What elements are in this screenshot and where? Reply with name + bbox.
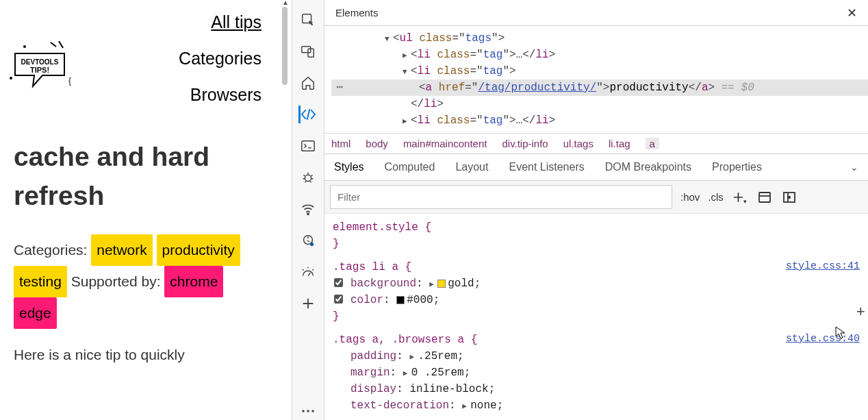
devtools-icon-strip: i xyxy=(292,0,324,420)
subtab-events[interactable]: Event Listeners xyxy=(509,161,584,173)
source-link[interactable]: style.css:41 xyxy=(786,259,860,275)
source-link[interactable]: style.css:40 xyxy=(786,332,860,347)
svg-rect-11 xyxy=(302,141,314,151)
device-icon[interactable] xyxy=(299,42,317,60)
site-logo: DEVTOOLS TIPS! {} xyxy=(10,41,71,96)
element-style-block[interactable]: element.style { } xyxy=(333,219,860,252)
add-tool-icon[interactable] xyxy=(299,295,317,312)
lighthouse-icon[interactable]: i xyxy=(299,232,317,249)
network-icon[interactable] xyxy=(299,200,317,218)
svg-text:DEVTOOLS: DEVTOOLS xyxy=(21,58,59,66)
styles-filter-bar: :hov .cls ▾ xyxy=(324,181,868,214)
ellipsis-icon[interactable]: ⋯ xyxy=(331,79,348,96)
svg-rect-20 xyxy=(759,193,770,202)
breadcrumb: html body main#maincontent div.tip-info … xyxy=(324,133,868,154)
page-title: cache and hard refresh xyxy=(14,138,278,215)
subtab-styles[interactable]: Styles xyxy=(334,161,364,173)
svg-rect-9 xyxy=(302,47,311,53)
svg-point-7 xyxy=(10,77,12,79)
svg-text:i: i xyxy=(311,243,312,246)
tag-productivity[interactable]: productivity xyxy=(157,234,240,266)
performance-icon[interactable] xyxy=(299,263,317,281)
categories-label: Categories: xyxy=(14,242,87,258)
css-rule[interactable]: style.css:41 .tags li a { background: ▶g… xyxy=(333,259,860,325)
svg-point-3 xyxy=(23,45,26,48)
debugger-icon[interactable] xyxy=(299,169,317,186)
crumb-main[interactable]: main#maincontent xyxy=(403,138,487,149)
svg-point-18 xyxy=(307,410,309,412)
nav-all-tips[interactable]: All tips xyxy=(14,14,261,31)
dom-tree[interactable]: ▼<ul class="tags"> ▶<li class="tag">…</l… xyxy=(324,26,868,133)
cls-toggle[interactable]: .cls xyxy=(708,191,724,203)
styles-subtabs: Styles Computed Layout Event Listeners D… xyxy=(324,154,868,181)
crumb-html[interactable]: html xyxy=(331,138,350,149)
devtools-tabbar: Elements ✕ xyxy=(324,0,868,26)
home-icon[interactable] xyxy=(299,74,317,92)
supported-label: Supported by: xyxy=(71,273,161,289)
subtab-dombp[interactable]: DOM Breakpoints xyxy=(605,161,691,173)
subtab-computed[interactable]: Computed xyxy=(385,161,435,173)
subtab-props[interactable]: Properties xyxy=(712,161,762,173)
elements-icon[interactable] xyxy=(298,106,316,123)
svg-line-4 xyxy=(51,42,56,47)
add-declaration-icon[interactable]: + xyxy=(856,301,865,324)
browser-chrome[interactable]: chrome xyxy=(164,266,223,297)
svg-line-5 xyxy=(59,41,63,48)
devtools-panel: Elements ✕ ▼<ul class="tags"> ▶<li class… xyxy=(324,0,868,420)
tag-network[interactable]: network xyxy=(91,234,153,266)
css-rule[interactable]: style.css:40 .tags a, .browsers a { padd… xyxy=(333,332,860,414)
article-body: Here is a nice tip to quickly xyxy=(14,347,278,363)
tab-elements[interactable]: Elements xyxy=(333,1,381,24)
crumb-li[interactable]: li.tag xyxy=(609,138,630,149)
site-scrollbar[interactable]: ▲ xyxy=(282,0,289,420)
more-icon[interactable] xyxy=(299,402,317,420)
crumb-div[interactable]: div.tip-info xyxy=(502,138,548,149)
website-panel: All tips Categories Browsers DEVTOOLS TI… xyxy=(0,0,292,420)
svg-point-19 xyxy=(311,410,314,412)
svg-point-13 xyxy=(307,213,309,214)
decl-toggle[interactable] xyxy=(334,295,343,304)
sidebar-toggle-icon[interactable] xyxy=(781,189,797,206)
crumb-ul[interactable]: ul.tags xyxy=(563,138,593,149)
inspect-icon[interactable] xyxy=(299,11,317,29)
subtab-layout[interactable]: Layout xyxy=(455,161,488,173)
color-swatch-icon[interactable] xyxy=(437,280,446,288)
color-swatch-icon[interactable] xyxy=(396,296,405,304)
decl-toggle[interactable] xyxy=(334,278,343,287)
close-devtools-button[interactable]: ✕ xyxy=(844,3,860,23)
meta: Categories: network productivity testing… xyxy=(14,234,278,329)
chevron-down-icon[interactable]: ⌄ xyxy=(850,162,858,173)
browser-edge[interactable]: edge xyxy=(14,297,57,329)
svg-text:{}: {} xyxy=(68,76,71,86)
crumb-body[interactable]: body xyxy=(366,138,388,149)
hov-toggle[interactable]: :hov xyxy=(680,191,700,203)
svg-text:TIPS!: TIPS! xyxy=(30,66,49,74)
scroll-thumb[interactable] xyxy=(282,7,288,85)
styles-pane[interactable]: element.style { } style.css:41 .tags li … xyxy=(324,214,868,420)
tag-testing[interactable]: testing xyxy=(14,266,67,297)
crumb-a[interactable]: a xyxy=(646,138,659,149)
scroll-up-icon[interactable]: ▲ xyxy=(282,0,289,6)
computed-panel-icon[interactable] xyxy=(756,189,773,206)
styles-filter-input[interactable] xyxy=(330,185,672,209)
console-icon[interactable] xyxy=(299,137,317,155)
svg-point-17 xyxy=(302,410,305,412)
svg-point-12 xyxy=(305,175,311,181)
new-rule-icon[interactable]: ▾ xyxy=(732,189,748,206)
